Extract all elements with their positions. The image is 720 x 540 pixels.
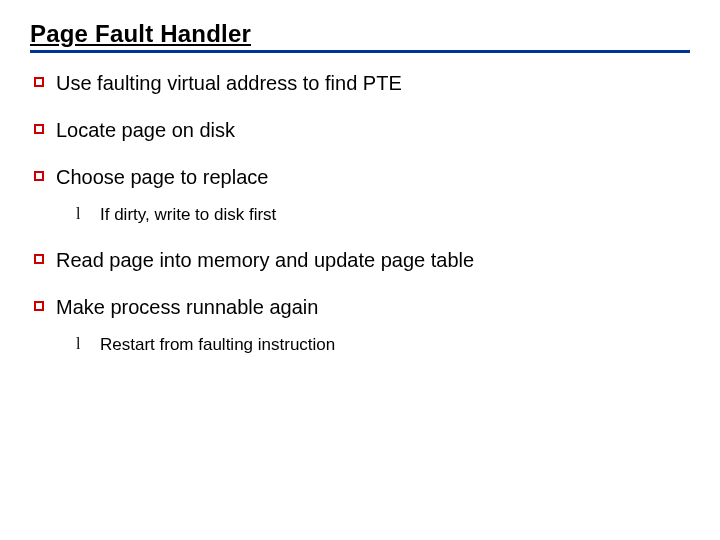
list-item-text: Use faulting virtual address to find PTE bbox=[56, 71, 402, 96]
square-bullet-icon bbox=[34, 171, 44, 181]
list-item-text: Read page into memory and update page ta… bbox=[56, 248, 474, 273]
square-bullet-icon bbox=[34, 254, 44, 264]
square-bullet-icon bbox=[34, 77, 44, 87]
sub-bullet-icon: l bbox=[76, 335, 90, 353]
sub-list-item: l If dirty, write to disk first bbox=[76, 204, 690, 226]
sub-list: l If dirty, write to disk first bbox=[34, 204, 690, 226]
slide: Page Fault Handler Use faulting virtual … bbox=[0, 0, 720, 540]
square-bullet-icon bbox=[34, 301, 44, 311]
sub-list: l Restart from faulting instruction bbox=[34, 334, 690, 356]
title-rule: Page Fault Handler bbox=[30, 20, 690, 53]
list-item-text: Make process runnable again bbox=[56, 295, 318, 320]
sub-list-item: l Restart from faulting instruction bbox=[76, 334, 690, 356]
bullet-list: Use faulting virtual address to find PTE… bbox=[30, 71, 690, 356]
sub-bullet-icon: l bbox=[76, 205, 90, 223]
sub-list-item-text: If dirty, write to disk first bbox=[100, 204, 276, 226]
sub-list-item-text: Restart from faulting instruction bbox=[100, 334, 335, 356]
list-item: Make process runnable again bbox=[34, 295, 690, 320]
list-item: Choose page to replace bbox=[34, 165, 690, 190]
list-item: Use faulting virtual address to find PTE bbox=[34, 71, 690, 96]
list-item-text: Locate page on disk bbox=[56, 118, 235, 143]
square-bullet-icon bbox=[34, 124, 44, 134]
list-item: Locate page on disk bbox=[34, 118, 690, 143]
slide-title: Page Fault Handler bbox=[30, 20, 690, 48]
list-item-text: Choose page to replace bbox=[56, 165, 268, 190]
list-item: Read page into memory and update page ta… bbox=[34, 248, 690, 273]
